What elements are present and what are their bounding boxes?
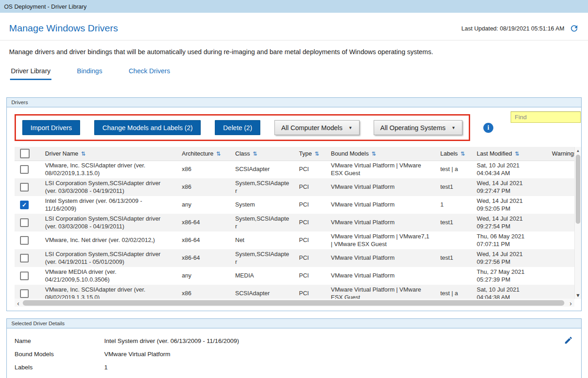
class-cell: System,SCSIAdapter	[231, 214, 294, 232]
column-header-driver-name[interactable]: Driver Name⇅	[41, 147, 177, 161]
sort-icon[interactable]: ⇅	[81, 151, 86, 157]
scroll-down-icon[interactable]: ▼	[575, 292, 581, 299]
sort-icon[interactable]: ⇅	[314, 151, 319, 157]
vertical-scrollbar-thumb[interactable]	[576, 155, 580, 224]
driver-name-cell: LSI Corporation System,SCSIAdapter drive…	[41, 249, 177, 267]
driver-name-cell: LSI Corporation System,SCSIAdapter drive…	[41, 178, 177, 196]
tab-driver-library[interactable]: Driver Library	[10, 67, 51, 80]
row-checkbox[interactable]	[20, 289, 29, 298]
bound-models-cell: VMware Virtual Platform	[326, 178, 436, 196]
select-all-header	[15, 147, 41, 161]
field-value: 1	[104, 364, 108, 371]
row-checkbox[interactable]	[20, 218, 29, 227]
last-updated-text: Last Updated: 08/19/2021 05:51:16 AM	[461, 25, 564, 32]
vertical-scrollbar[interactable]: ▲ ▼	[574, 147, 581, 299]
field-label: Bound Models	[15, 351, 104, 358]
row-checkbox[interactable]	[20, 254, 29, 262]
driver-name-cell: VMware, Inc. SCSIAdapter driver (ver. 08…	[41, 161, 177, 178]
delete-button[interactable]: Delete (2)	[215, 120, 260, 135]
bound-models-cell: VMware Virtual Platform	[326, 196, 436, 214]
warnings-cell	[547, 249, 574, 267]
select-cell	[15, 214, 41, 232]
row-checkbox[interactable]	[20, 165, 29, 174]
column-header-bound-models[interactable]: Bound Models⇅	[326, 147, 436, 161]
table-row[interactable]: VMware MEDIA driver (ver. 04/21/2009,5.1…	[15, 267, 574, 285]
tab-bindings[interactable]: Bindings	[76, 67, 103, 80]
row-checkbox[interactable]	[20, 201, 29, 209]
last-modified-cell: Thu, 27 May 2021 05:27:39 PM	[472, 267, 547, 285]
info-icon[interactable]: i	[483, 123, 493, 133]
class-cell: System,SCSIAdapter	[231, 249, 294, 267]
row-checkbox[interactable]	[20, 183, 29, 192]
sort-icon[interactable]: ⇅	[216, 151, 221, 157]
refresh-icon[interactable]	[569, 24, 579, 33]
sort-icon[interactable]: ⇅	[371, 151, 376, 157]
driver-name-cell: Intel System driver (ver. 06/13/2009 - 1…	[41, 196, 177, 214]
architecture-cell: x86	[177, 161, 231, 178]
page-title: Manage Windows Drivers	[9, 23, 118, 34]
type-cell: PCI	[294, 267, 326, 285]
detail-field-labels: Labels1	[15, 364, 573, 371]
sort-icon[interactable]: ⇅	[515, 151, 519, 157]
bound-models-cell: VMware Virtual Platform | VMware ESX Gue…	[326, 161, 436, 178]
drivers-table-area: Driver Name⇅Architecture⇅Class⇅Type⇅Boun…	[15, 147, 581, 299]
scroll-up-icon[interactable]: ▲	[575, 147, 581, 154]
labels-cell	[436, 267, 472, 285]
detail-field-bound-models: Bound ModelsVMware Virtual Platform	[15, 351, 573, 358]
column-header-warnings[interactable]: Warnings	[547, 147, 574, 161]
table-row[interactable]: LSI Corporation System,SCSIAdapter drive…	[15, 249, 574, 267]
warnings-cell	[547, 214, 574, 232]
type-cell: PCI	[294, 214, 326, 232]
labels-cell: test1	[436, 178, 472, 196]
column-header-labels[interactable]: Labels⇅	[436, 147, 472, 161]
select-cell	[15, 161, 41, 178]
sort-icon[interactable]: ⇅	[461, 151, 465, 157]
column-header-class[interactable]: Class⇅	[231, 147, 294, 161]
column-label: Class	[235, 150, 250, 157]
column-header-architecture[interactable]: Architecture⇅	[177, 147, 231, 161]
edit-icon[interactable]	[564, 336, 573, 345]
last-modified-cell: Wed, 14 Jul 2021 09:27:54 PM	[472, 214, 547, 232]
column-header-last-modified[interactable]: Last Modified⇅	[472, 147, 547, 161]
labels-cell	[436, 232, 472, 249]
selected-driver-details-panel: Selected Driver Details NameIntel System…	[6, 318, 582, 378]
column-header-type[interactable]: Type⇅	[294, 147, 326, 161]
bound-models-cell: VMware Virtual Platform | VMware ESX Gue…	[326, 285, 436, 299]
select-all-checkbox[interactable]	[20, 149, 30, 158]
scroll-right-icon[interactable]: ›	[567, 299, 574, 307]
row-checkbox[interactable]	[20, 236, 29, 245]
horizontal-scrollbar-thumb[interactable]	[23, 300, 564, 306]
labels-cell: test | a	[436, 285, 472, 299]
tab-check-drivers[interactable]: Check Drivers	[128, 67, 171, 80]
architecture-cell: x86	[177, 178, 231, 196]
details-panel-title: Selected Driver Details	[7, 319, 581, 328]
type-cell: PCI	[294, 232, 326, 249]
table-row[interactable]: VMware, Inc. SCSIAdapter driver (ver. 08…	[15, 161, 574, 178]
class-cell: SCSIAdapter	[231, 285, 294, 299]
select-cell	[15, 196, 41, 214]
type-cell: PCI	[294, 285, 326, 299]
change-models-labels-button[interactable]: Change Models and Labels (2)	[94, 120, 201, 135]
operating-systems-dropdown[interactable]: All Operating Systems ▼	[374, 120, 462, 135]
column-label: Architecture	[182, 150, 213, 157]
sort-icon[interactable]: ⇅	[253, 151, 257, 157]
table-row[interactable]: Intel System driver (ver. 06/13/2009 - 1…	[15, 196, 574, 214]
field-label: Labels	[15, 364, 104, 371]
table-row[interactable]: VMware, Inc. Net driver (ver. 02/02/2012…	[15, 232, 574, 249]
table-row[interactable]: VMware, Inc. SCSIAdapter driver (ver. 08…	[15, 285, 574, 299]
find-input[interactable]	[511, 111, 581, 123]
labels-cell: 1	[436, 196, 472, 214]
scroll-left-icon[interactable]: ‹	[15, 299, 22, 307]
table-row[interactable]: LSI Corporation System,SCSIAdapter drive…	[15, 214, 574, 232]
type-cell: PCI	[294, 196, 326, 214]
page-header: Manage Windows Drivers Last Updated: 08/…	[0, 13, 588, 40]
computer-models-dropdown[interactable]: All Computer Models ▼	[274, 120, 360, 135]
table-row[interactable]: LSI Corporation System,SCSIAdapter drive…	[15, 178, 574, 196]
horizontal-scrollbar[interactable]: ‹ ›	[15, 299, 574, 307]
details-fields: NameIntel System driver (ver. 06/13/2009…	[15, 338, 573, 371]
import-drivers-button[interactable]: Import Drivers	[22, 120, 80, 135]
warnings-cell	[547, 285, 574, 299]
row-checkbox[interactable]	[20, 272, 29, 280]
warnings-cell	[547, 178, 574, 196]
drivers-table-body: VMware, Inc. SCSIAdapter driver (ver. 08…	[15, 161, 574, 299]
